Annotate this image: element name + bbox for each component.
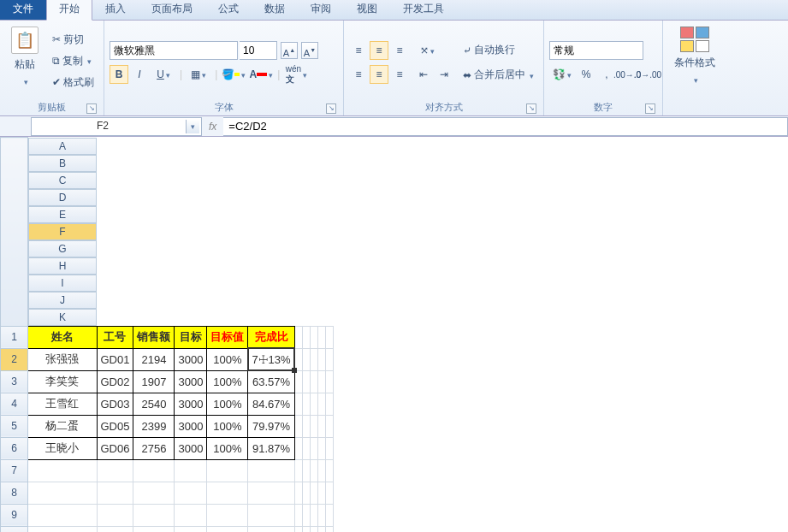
font-name-combo[interactable] (110, 41, 238, 60)
tab-formulas[interactable]: 公式 (205, 0, 252, 20)
cond-dropdown-icon[interactable] (692, 74, 698, 86)
cell-D9[interactable] (175, 504, 207, 526)
cell-E7[interactable] (207, 459, 248, 482)
clipboard-launcher[interactable]: ↘ (86, 103, 97, 114)
select-all-corner[interactable] (1, 138, 28, 327)
font-launcher[interactable]: ↘ (326, 103, 336, 114)
cell-I2[interactable] (310, 348, 317, 370)
cell-K10[interactable] (325, 526, 333, 532)
fill-handle[interactable] (292, 368, 297, 373)
cell-K5[interactable] (325, 415, 333, 437)
cell-E8[interactable] (207, 482, 248, 504)
italic-button[interactable]: I (130, 65, 149, 84)
underline-button[interactable]: U (151, 65, 176, 84)
phonetic-dropdown-icon[interactable] (301, 68, 307, 80)
col-H[interactable]: H (28, 257, 97, 275)
orientation-dropdown-icon[interactable] (429, 44, 435, 56)
row-7[interactable]: 7 (1, 459, 28, 482)
row-10[interactable]: 10 (1, 526, 28, 532)
conditional-format-button[interactable]: 条件格式 (668, 22, 721, 102)
col-G[interactable]: G (28, 240, 97, 257)
cell-E3[interactable]: 100% (207, 370, 248, 393)
row-5[interactable]: 5 (1, 415, 28, 437)
cell-D4[interactable]: 3000 (175, 393, 207, 415)
cell-F9[interactable] (248, 504, 294, 526)
cell-C4[interactable]: 2540 (133, 393, 175, 415)
cell-H10[interactable] (302, 526, 310, 532)
phonetic-button[interactable]: wén文 (283, 65, 309, 84)
cell-A3[interactable]: 李笑笑 (28, 370, 98, 393)
col-C[interactable]: C (28, 172, 97, 189)
cell-E2[interactable]: 100% (207, 348, 248, 370)
col-J[interactable]: J (28, 292, 97, 309)
cell-A10[interactable] (28, 526, 98, 532)
cell-F4[interactable]: 84.67% (248, 393, 294, 415)
cell-K4[interactable] (325, 393, 333, 415)
cell-B6[interactable]: GD06 (97, 437, 133, 459)
orientation-button[interactable]: ⤧ (414, 41, 440, 60)
cell-C3[interactable]: 1907 (133, 370, 175, 393)
fill-color-button[interactable]: 🪣 (221, 65, 246, 84)
cell-C10[interactable] (133, 526, 175, 532)
format-painter-button[interactable]: ✔格式刷 (48, 73, 98, 92)
align-left-button[interactable]: ≡ (349, 65, 368, 84)
cell-F5[interactable]: 79.97% (248, 415, 294, 437)
percent-button[interactable]: % (577, 65, 595, 84)
cell-B9[interactable] (97, 504, 133, 526)
col-D[interactable]: D (28, 189, 97, 206)
tab-dev[interactable]: 开发工具 (390, 0, 457, 20)
fontcolor-dropdown-icon[interactable] (267, 68, 273, 80)
align-center-button[interactable]: ≡ (370, 65, 388, 84)
cell-I7[interactable] (310, 459, 317, 482)
cell-F10[interactable] (248, 526, 294, 532)
align-top-button[interactable]: ≡ (349, 41, 368, 60)
tab-insert[interactable]: 插入 (92, 0, 139, 20)
cell-D2[interactable]: 3000 (175, 348, 207, 370)
cell-A8[interactable] (28, 482, 98, 504)
cell-E4[interactable]: 100% (207, 393, 248, 415)
cell-B2[interactable]: GD01 (97, 348, 133, 370)
merge-center-button[interactable]: ⬌合并后居中 (459, 65, 538, 85)
col-I[interactable]: I (28, 275, 97, 292)
number-launcher[interactable]: ↘ (645, 103, 655, 114)
row-6[interactable]: 6 (1, 437, 28, 459)
cell-J6[interactable] (317, 437, 325, 459)
col-E[interactable]: E (28, 206, 97, 223)
cell-H2[interactable] (302, 348, 310, 370)
paste-button[interactable]: 📋 粘贴 (5, 22, 44, 99)
cell-B10[interactable] (97, 526, 133, 532)
indent-increase-button[interactable]: ⇥ (435, 65, 453, 84)
tab-home[interactable]: 开始 (46, 0, 92, 21)
currency-dropdown-icon[interactable] (566, 68, 572, 80)
row-1[interactable]: 1 (1, 326, 28, 348)
cell-I4[interactable] (310, 393, 317, 415)
cell-A9[interactable] (28, 504, 98, 526)
cell-K8[interactable] (325, 482, 333, 504)
cell-H3[interactable] (302, 370, 310, 393)
cell-J4[interactable] (317, 393, 325, 415)
cell-H6[interactable] (302, 437, 310, 459)
cell-B5[interactable]: GD05 (97, 415, 133, 437)
name-box[interactable]: F2 ▾ (31, 117, 202, 136)
cell-E9[interactable] (207, 504, 248, 526)
col-A[interactable]: A (28, 138, 97, 155)
cell-C2[interactable]: 2194 (133, 348, 175, 370)
cell-D6[interactable]: 3000 (175, 437, 207, 459)
cell-C9[interactable] (133, 504, 175, 526)
cell-B7[interactable] (97, 459, 133, 482)
tab-view[interactable]: 视图 (344, 0, 390, 20)
cell-H7[interactable] (302, 459, 310, 482)
cell-D8[interactable] (175, 482, 207, 504)
col-K[interactable]: K (28, 309, 97, 326)
cell-D3[interactable]: 3000 (175, 370, 207, 393)
cell-B1[interactable]: 工号 (97, 326, 133, 348)
row-4[interactable]: 4 (1, 393, 28, 415)
tab-review[interactable]: 审阅 (298, 0, 344, 20)
cell-F3[interactable]: 63.57% (248, 370, 294, 393)
cell-H5[interactable] (302, 415, 310, 437)
row-9[interactable]: 9 (1, 504, 28, 526)
cell-I6[interactable] (310, 437, 317, 459)
cell-I8[interactable] (310, 482, 317, 504)
cell-F8[interactable] (248, 482, 294, 504)
border-dropdown-icon[interactable] (200, 68, 206, 80)
